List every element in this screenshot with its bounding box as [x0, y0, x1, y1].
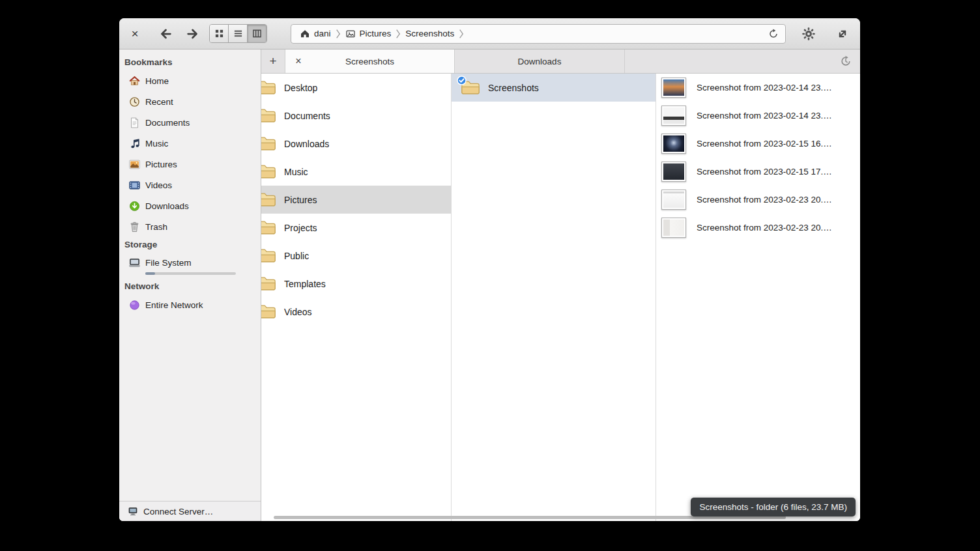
folder-row-pictures[interactable]: Pictures [261, 186, 451, 214]
file-row[interactable]: Screenshot from 2023-02-23 20.… [656, 214, 860, 242]
folder-row-documents[interactable]: Documents [261, 102, 451, 130]
file-name: Screenshot from 2023-02-23 20.… [697, 195, 832, 205]
file-row[interactable]: Screenshot from 2023-02-14 23.… [656, 102, 860, 130]
folder-row-templates[interactable]: Templates [261, 270, 451, 298]
breadcrumb-pictures[interactable]: Pictures [341, 25, 396, 43]
sidebar-section-storage: Storage [119, 237, 261, 253]
file-manager-window: × dani Pictures Screenshots [119, 18, 860, 521]
file-thumbnail [661, 78, 686, 98]
folder-row-public[interactable]: Public [261, 242, 451, 270]
trash-icon [129, 221, 140, 233]
tab-label: Downloads [518, 57, 562, 66]
folder-name: Documents [284, 111, 330, 121]
list-view-icon [233, 29, 243, 38]
sidebar-item-label: Recent [145, 97, 173, 107]
tab-close-icon[interactable]: × [292, 55, 305, 68]
folder-name: Pictures [284, 195, 317, 205]
folder-icon [261, 79, 276, 96]
file-name: Screenshot from 2023-02-23 20.… [697, 223, 832, 233]
folder-name: Music [284, 167, 308, 177]
file-name: Screenshot from 2023-02-15 17.… [697, 167, 832, 177]
grid-view-icon [214, 29, 224, 38]
folder-icon [261, 191, 276, 208]
connect-server-button[interactable]: Connect Server… [119, 501, 261, 521]
tab-downloads[interactable]: Downloads [455, 49, 625, 73]
music-note-icon [129, 138, 140, 149]
folder-row-music[interactable]: Music [261, 158, 451, 186]
tab-history-button[interactable] [831, 49, 860, 73]
column-view-icon [252, 29, 262, 38]
sidebar-item-entire-network[interactable]: Entire Network [119, 294, 261, 315]
status-tooltip: Screenshots - folder (6 files, 23.7 MB) [691, 498, 856, 516]
sidebar-item-recent[interactable]: Recent [119, 91, 261, 112]
folder-icon [261, 304, 276, 320]
breadcrumb-label: dani [314, 29, 331, 38]
sidebar-item-label: Documents [145, 118, 190, 128]
file-thumbnail [661, 218, 686, 238]
headerbar: × dani Pictures Screenshots [119, 18, 860, 49]
sidebar-item-music[interactable]: Music [119, 133, 261, 154]
file-row[interactable]: Screenshot from 2023-02-15 17.… [656, 158, 860, 186]
new-tab-button[interactable]: + [261, 49, 285, 73]
forward-button[interactable] [186, 27, 200, 41]
folder-icon [461, 79, 480, 96]
history-icon [839, 55, 852, 68]
film-icon [129, 180, 140, 191]
folder-icon [261, 276, 276, 292]
window-close-button[interactable]: × [128, 26, 141, 42]
folder-row-downloads[interactable]: Downloads [261, 130, 451, 158]
sidebar-item-label: Trash [145, 222, 167, 232]
folder-row-videos[interactable]: Videos [261, 298, 451, 326]
sidebar-item-home[interactable]: Home [119, 70, 261, 91]
tab-screenshots[interactable]: × Screenshots [285, 49, 455, 73]
home-icon [129, 76, 140, 87]
column-home: Desktop Documents Downloads Music [261, 74, 452, 521]
column-view-button[interactable] [248, 25, 267, 42]
sidebar-item-documents[interactable]: Documents [119, 112, 261, 133]
sidebar-item-label: Pictures [145, 160, 177, 169]
folder-row-projects[interactable]: Projects [261, 214, 451, 242]
grid-view-button[interactable] [210, 25, 229, 42]
nav-buttons [158, 27, 200, 41]
sidebar-item-downloads[interactable]: Downloads [119, 195, 261, 216]
file-thumbnail [661, 162, 686, 182]
file-row[interactable]: Screenshot from 2023-02-14 23.… [656, 74, 860, 102]
expand-icon [835, 27, 850, 41]
folder-name: Downloads [284, 139, 329, 149]
fullscreen-button[interactable] [833, 24, 852, 44]
sidebar-item-file-system[interactable]: File System [119, 253, 261, 272]
folder-name: Templates [284, 279, 326, 289]
recent-clock-icon [129, 96, 140, 107]
disk-usage-bar [145, 272, 236, 275]
drive-icon [129, 257, 140, 268]
connect-server-label: Connect Server… [143, 507, 213, 516]
breadcrumb-label: Screenshots [405, 29, 454, 38]
sidebar-item-videos[interactable]: Videos [119, 175, 261, 195]
breadcrumb-label: Pictures [360, 29, 392, 38]
selected-check-badge-icon [457, 76, 467, 85]
file-row[interactable]: Screenshot from 2023-02-15 16.… [656, 130, 860, 158]
sidebar-item-trash[interactable]: Trash [119, 216, 261, 237]
pathbar[interactable]: dani Pictures Screenshots [291, 24, 786, 44]
home-icon [300, 29, 310, 39]
list-view-button[interactable] [229, 25, 248, 42]
file-row[interactable]: Screenshot from 2023-02-23 20.… [656, 186, 860, 214]
breadcrumb-screenshots[interactable]: Screenshots [401, 25, 459, 43]
column-pictures: Screenshots [452, 74, 656, 521]
folder-name: Desktop [284, 83, 317, 93]
photo-icon [129, 159, 140, 170]
folder-row-screenshots[interactable]: Screenshots [452, 74, 656, 102]
refresh-button[interactable] [764, 25, 783, 43]
folder-row-desktop[interactable]: Desktop [261, 74, 451, 102]
sidebar-item-pictures[interactable]: Pictures [119, 154, 261, 175]
sidebar-item-label: Downloads [145, 201, 189, 211]
settings-menu-button[interactable] [799, 24, 818, 44]
pictures-icon [345, 29, 356, 39]
network-globe-icon [129, 300, 140, 311]
folder-icon [261, 107, 276, 124]
back-button[interactable] [158, 27, 173, 41]
file-name: Screenshot from 2023-02-15 16.… [697, 139, 832, 148]
breadcrumb-home[interactable]: dani [295, 25, 336, 43]
sidebar-item-label: File System [145, 258, 192, 268]
file-name: Screenshot from 2023-02-14 23.… [697, 83, 832, 92]
